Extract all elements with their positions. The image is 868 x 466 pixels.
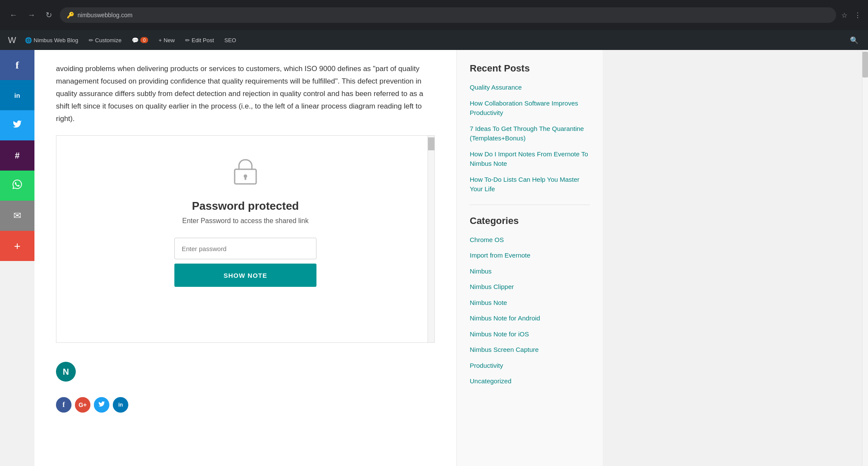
- whatsapp-icon: [12, 180, 22, 192]
- category-8[interactable]: Productivity: [470, 361, 590, 371]
- key-icon: 🔑: [67, 12, 74, 19]
- sidebar-divider-1: [470, 205, 590, 205]
- plus-icon: +: [158, 37, 162, 43]
- outer-scrollbar[interactable]: [862, 50, 868, 466]
- address-text: nimbuswebblog.com: [78, 12, 133, 19]
- main-content: avoiding problems when delivering produc…: [34, 50, 456, 466]
- linkedin-icon: in: [14, 92, 20, 99]
- post-twitter-icon[interactable]: [94, 397, 109, 413]
- password-input[interactable]: [174, 238, 316, 259]
- lock-icon: [233, 157, 258, 191]
- category-6[interactable]: Nimbus Note for iOS: [470, 329, 590, 339]
- category-3[interactable]: Nimbus Clipper: [470, 282, 590, 292]
- password-subtitle: Enter Password to access the shared link: [182, 217, 308, 225]
- category-2[interactable]: Nimbus: [470, 267, 590, 276]
- plus-share-icon: +: [14, 239, 20, 253]
- facebook-share-button[interactable]: f: [0, 50, 34, 80]
- star-icon[interactable]: ☆: [841, 11, 847, 19]
- svg-rect-2: [245, 177, 246, 180]
- password-title: Password protected: [192, 199, 299, 213]
- recent-post-2[interactable]: 7 Ideas To Get Through The Quarantine (T…: [470, 124, 590, 143]
- wp-logo[interactable]: W: [5, 33, 19, 47]
- category-9[interactable]: Uncategorized: [470, 376, 590, 386]
- category-0[interactable]: Chrome OS: [470, 235, 590, 245]
- comments-icon: 💬: [132, 37, 139, 43]
- recent-post-1[interactable]: How Collaboration Software Improves Prod…: [470, 99, 590, 118]
- comment-count: 0: [140, 37, 148, 43]
- post-google-label: G+: [78, 401, 87, 408]
- category-4[interactable]: Nimbus Note: [470, 298, 590, 308]
- wp-admin-site[interactable]: 🌐 Nimbus Web Blog: [21, 30, 83, 50]
- customize-icon: ✏: [89, 37, 93, 43]
- article-text: avoiding problems when delivering produc…: [56, 63, 435, 125]
- recent-post-4[interactable]: How To-Do Lists Can Help You Master Your…: [470, 175, 590, 194]
- email-icon: ✉: [13, 210, 21, 221]
- box-scrollbar[interactable]: [428, 136, 434, 342]
- category-1[interactable]: Import from Evernote: [470, 251, 590, 261]
- outer-scroll-thumb: [862, 52, 868, 78]
- facebook-icon: f: [16, 59, 19, 71]
- email-share-button[interactable]: ✉: [0, 201, 34, 231]
- browser-chrome: ← → ↻ 🔑 nimbuswebblog.com ☆ ⋮: [0, 0, 868, 30]
- wp-admin-new[interactable]: + New: [154, 30, 179, 50]
- twitter-icon: [12, 119, 22, 131]
- wp-admin-comments[interactable]: 💬 0: [127, 30, 152, 50]
- address-bar[interactable]: 🔑 nimbuswebblog.com: [60, 7, 836, 23]
- social-sidebar: f in # ✉ +: [0, 50, 34, 466]
- browser-icons-right: ☆ ⋮: [841, 11, 861, 19]
- post-twitter-label: [98, 401, 105, 409]
- more-share-button[interactable]: +: [0, 231, 34, 261]
- post-facebook-icon[interactable]: f: [56, 397, 71, 413]
- refresh-button[interactable]: ↻: [43, 9, 55, 22]
- site-name: Nimbus Web Blog: [34, 37, 78, 43]
- post-social-icons: f G+ in: [56, 390, 435, 419]
- back-button[interactable]: ←: [7, 9, 20, 22]
- scroll-thumb: [428, 137, 434, 150]
- wp-admin-seo[interactable]: SEO: [220, 30, 240, 50]
- slack-icon: #: [15, 151, 19, 161]
- post-google-icon[interactable]: G+: [75, 397, 90, 413]
- password-protected-box: Password protected Enter Password to acc…: [56, 135, 435, 343]
- edit-icon: ✏: [185, 37, 190, 43]
- category-5[interactable]: Nimbus Note for Android: [470, 314, 590, 323]
- site-icon: 🌐: [25, 37, 32, 43]
- show-note-button[interactable]: SHOW NOTE: [174, 264, 316, 287]
- category-7[interactable]: Nimbus Screen Capture: [470, 345, 590, 355]
- more-icon[interactable]: ⋮: [854, 11, 861, 19]
- password-box-inner: Password protected Enter Password to acc…: [56, 136, 434, 342]
- recent-posts-title: Recent Posts: [470, 63, 590, 74]
- wp-admin-edit-post[interactable]: ✏ Edit Post: [181, 30, 218, 50]
- linkedin-share-button[interactable]: in: [0, 80, 34, 110]
- wp-admin-bar: W 🌐 Nimbus Web Blog ✏ Customize 💬 0 + Ne…: [0, 30, 868, 50]
- wp-search-icon[interactable]: 🔍: [846, 36, 863, 44]
- twitter-share-button[interactable]: [0, 110, 34, 140]
- recent-post-0[interactable]: Quality Assurance: [470, 83, 590, 93]
- recent-post-3[interactable]: How Do I Import Notes From Evernote To N…: [470, 149, 590, 169]
- whatsapp-share-button[interactable]: [0, 171, 34, 201]
- wp-admin-right: 🔍: [846, 36, 863, 44]
- post-linkedin-icon[interactable]: in: [113, 397, 128, 413]
- right-sidebar: Recent Posts Quality Assurance How Colla…: [456, 50, 603, 466]
- post-linkedin-label: in: [118, 402, 123, 408]
- slack-share-button[interactable]: #: [0, 140, 34, 171]
- categories-title: Categories: [470, 215, 590, 227]
- forward-button[interactable]: →: [25, 9, 38, 22]
- post-facebook-label: f: [62, 401, 65, 409]
- nimbus-avatar: N: [56, 362, 76, 382]
- wp-admin-customize[interactable]: ✏ Customize: [84, 30, 126, 50]
- page-wrapper: f in # ✉ + avoiding problems when delive…: [0, 50, 868, 466]
